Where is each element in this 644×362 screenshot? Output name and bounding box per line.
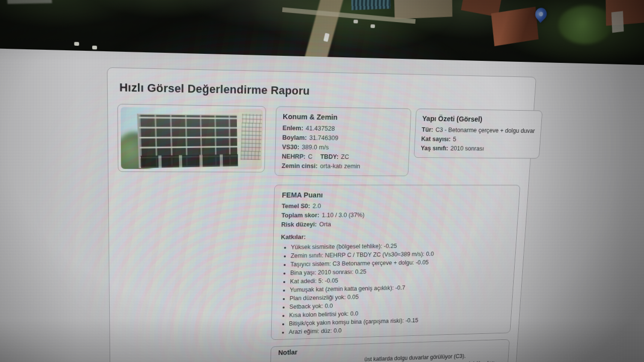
field-kat-sayisi: Kat sayısı:5 [421, 135, 535, 145]
section-heading: FEMA Puanı [282, 191, 513, 199]
building-photo [121, 107, 263, 169]
map-building-gray [6, 0, 52, 4]
map-roof-teal [351, 0, 391, 10]
field-temel-s0: Temel S0:2.0 [282, 201, 512, 211]
field-nehrp-tbdy: NEHRP:CTBDY:ZC [282, 152, 403, 162]
photo-building-ground-floor [141, 154, 238, 168]
map-roof-red-2 [491, 7, 538, 46]
report-top-row: Konum & Zemin Enlem:41.437528 Boylam:31.… [117, 104, 525, 362]
section-yapi-ozeti: Yapı Özeti (Görsel) Tür:C3 - Betonarme ç… [414, 109, 542, 159]
section-heading: Konum & Zemin [283, 113, 405, 122]
section-fema-puani: FEMA Puanı Temel S0:2.0 Toplam skor:1.10… [271, 185, 520, 340]
field-boylam: Boylam:31.746309 [282, 133, 404, 144]
section-notlar: Notlar üst katlarda dolgu duvarlar görül… [270, 339, 510, 362]
katkilar-list: Yüksek sismisite (bölgesel tehlike): -0.… [279, 241, 510, 337]
monitor-screen: Hızlı Görsel Değerlendirme Raporu Konum … [0, 0, 644, 362]
report-card: Hızlı Görsel Değerlendirme Raporu Konum … [107, 67, 537, 362]
report-right-column: Konum & Zemin Enlem:41.437528 Boylam:31.… [270, 106, 526, 362]
page-title: Hızlı Görsel Değerlendirme Raporu [119, 81, 525, 102]
field-risk-duzeyi: Risk düzeyi:Orta [281, 219, 511, 229]
satellite-map[interactable] [0, 0, 644, 67]
katkilar-label: Katkılar: [281, 231, 510, 240]
section-heading: Yapı Özeti (Görsel) [422, 115, 536, 124]
photo-building-neighbor [240, 114, 262, 160]
map-car-dot [370, 24, 375, 28]
field-enlem: Enlem:41.437528 [282, 124, 404, 135]
section-konum-zemin: Konum & Zemin Enlem:41.437528 Boylam:31.… [275, 106, 412, 176]
field-yas-sinifi: Yaş sınıfı:2010 sonrası [421, 144, 534, 154]
map-car-dot [74, 42, 79, 46]
map-building-tan [394, 0, 452, 19]
map-wall-light [611, 11, 624, 33]
field-vs30: VS30:389.0 m/s [282, 143, 403, 153]
map-car-dot [92, 46, 97, 50]
field-zemin-cinsi: Zemin cinsi:orta-katı zemin [282, 161, 403, 171]
field-tur: Tür:C3 - Betonarme çerçeve + dolgu duvar [422, 125, 535, 136]
map-car-dot [354, 20, 358, 23]
building-photo-thumb[interactable] [117, 104, 266, 172]
